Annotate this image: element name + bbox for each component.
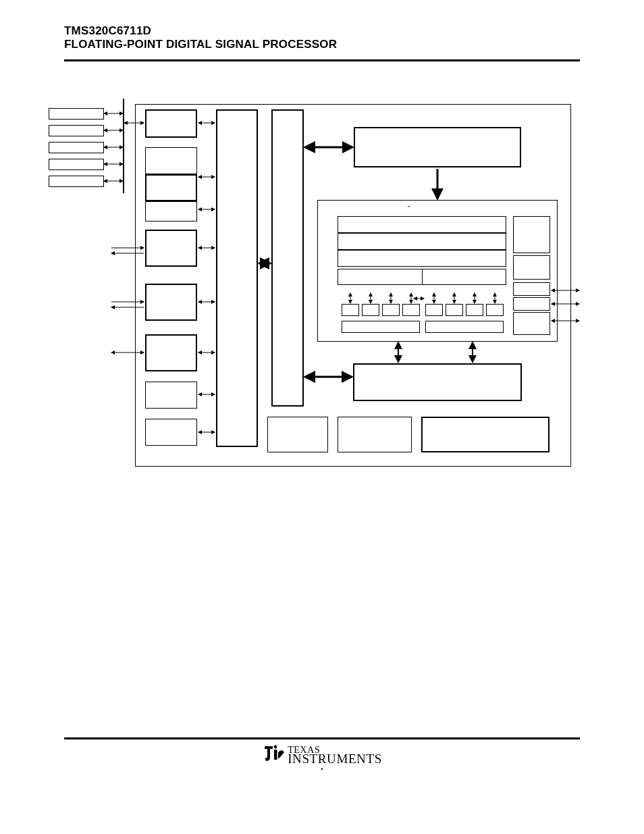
footer-address: • bbox=[319, 766, 325, 773]
svg-rect-38 bbox=[274, 750, 277, 760]
block-diagram: ™ bbox=[0, 0, 644, 834]
arrows bbox=[0, 0, 644, 473]
brand-instruments: INSTRUMENTS bbox=[288, 754, 382, 764]
ti-icon bbox=[262, 744, 285, 764]
footer-rule bbox=[64, 737, 580, 739]
footer: TEXAS INSTRUMENTS • bbox=[0, 744, 644, 773]
svg-point-37 bbox=[274, 746, 277, 749]
page: TMS320C6711D FLOATING-POINT DIGITAL SIGN… bbox=[0, 0, 644, 834]
ti-logo: TEXAS INSTRUMENTS bbox=[262, 744, 382, 764]
